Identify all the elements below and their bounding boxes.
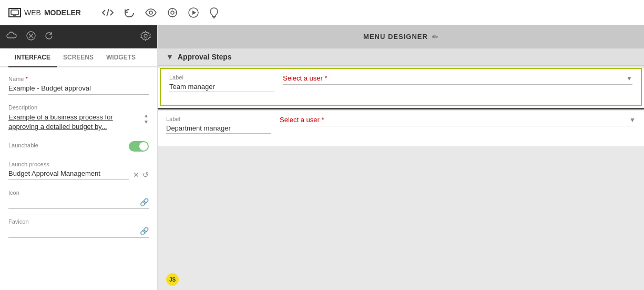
- description-text: Example of a business process forapprovi…: [8, 113, 141, 132]
- code-icon[interactable]: [102, 8, 114, 17]
- step-cards-container: Label Select a user * ▼: [158, 66, 644, 290]
- svg-point-4: [149, 11, 152, 14]
- launchable-row: Launchable: [8, 141, 149, 152]
- target-icon[interactable]: [167, 7, 178, 18]
- step-1-label-input[interactable]: [169, 83, 274, 92]
- toolbar-icons: [102, 7, 219, 18]
- step-1-select[interactable]: Select a user * ▼: [283, 74, 632, 85]
- favicon-field-row: 🔗: [8, 227, 149, 238]
- scroll-down-icon[interactable]: ▼: [144, 119, 149, 125]
- favicon-link-icon[interactable]: 🔗: [140, 227, 149, 235]
- svg-line-3: [107, 9, 109, 16]
- step-1-chevron-down-icon: ▼: [626, 75, 632, 82]
- right-content-wrapper: Label Select a user * ▼: [158, 66, 644, 290]
- step-1-label-field-label: Label: [169, 74, 274, 81]
- menu-designer-header: MENU DESIGNER ✏: [158, 25, 644, 48]
- name-label: Name *: [8, 76, 149, 82]
- step-2-label-field-label: Label: [166, 116, 271, 122]
- play-icon[interactable]: [188, 7, 199, 18]
- step-2-label-col: Label: [166, 116, 271, 134]
- step-1-select-placeholder: Select a user *: [283, 74, 328, 82]
- name-field-group: Name * Example - Budget approval: [8, 76, 149, 95]
- step-2-select-col: Select a user * ▼: [280, 116, 636, 126]
- left-toolbar: [0, 25, 157, 48]
- favicon-label: Favicon: [8, 218, 149, 225]
- svg-point-18: [144, 34, 147, 37]
- bulb-icon[interactable]: [209, 7, 219, 18]
- eye-icon[interactable]: [145, 8, 157, 17]
- svg-marker-12: [192, 11, 196, 15]
- description-field-group: Description Example of a business proces…: [8, 104, 149, 132]
- right-panel: MENU DESIGNER ✏ ▼ Approval Steps Label: [158, 25, 644, 290]
- approval-section-header: ▼ Approval Steps: [158, 48, 644, 66]
- launch-process-actions: ✕ ↺: [133, 171, 149, 179]
- scroll-arrows: ▲ ▼: [144, 113, 149, 125]
- scroll-up-icon[interactable]: ▲: [144, 113, 149, 119]
- monitor-icon: [8, 8, 21, 17]
- svg-point-5: [168, 8, 177, 17]
- step-card-2-inner: Label Select a user * ▼: [158, 111, 644, 146]
- launch-process-field-group: Launch process Budget Approval Managemen…: [8, 161, 149, 180]
- description-area: Example of a business process forapprovi…: [8, 113, 149, 132]
- left-panel: INTERFACE SCREENS WIDGETS Name * Example…: [0, 25, 158, 290]
- launch-process-row: Budget Approval Management ✕ ↺: [8, 169, 149, 180]
- logo-modeler-text: MODELER: [44, 8, 81, 17]
- js-badge[interactable]: JS: [166, 273, 179, 286]
- refresh-icon[interactable]: [44, 31, 54, 43]
- favicon-field-group: Favicon 🔗: [8, 218, 149, 238]
- step-2-row: Label Select a user * ▼: [166, 116, 636, 134]
- launchable-field-group: Launchable: [8, 141, 149, 152]
- tab-widgets[interactable]: WIDGETS: [100, 48, 142, 67]
- tab-bar: INTERFACE SCREENS WIDGETS: [0, 48, 157, 67]
- tab-interface[interactable]: INTERFACE: [8, 48, 57, 67]
- step-2-label-input[interactable]: [166, 124, 271, 134]
- settings-icon[interactable]: [140, 31, 151, 43]
- step-2-select-placeholder: Select a user *: [280, 116, 324, 124]
- launch-process-label: Launch process: [8, 161, 149, 167]
- tab-screens[interactable]: SCREENS: [57, 48, 100, 67]
- icon-field-row: 🔗: [8, 198, 149, 209]
- step-card-1: Label Select a user * ▼: [158, 68, 644, 109]
- main-layout: INTERFACE SCREENS WIDGETS Name * Example…: [0, 25, 644, 290]
- menu-designer-title: MENU DESIGNER: [363, 33, 428, 41]
- undo-icon[interactable]: [124, 8, 135, 17]
- step-1-row: Label Select a user * ▼: [169, 74, 632, 92]
- logo-area: WEBMODELER: [8, 8, 81, 17]
- icon-field-group: Icon 🔗: [8, 189, 149, 209]
- step-card-2: Label Select a user * ▼: [158, 111, 644, 146]
- launchable-label: Launchable: [8, 142, 38, 148]
- refresh-small-icon[interactable]: ↺: [142, 171, 149, 179]
- icon-label: Icon: [8, 189, 149, 196]
- svg-rect-0: [11, 10, 18, 15]
- launch-process-value: Budget Approval Management: [8, 169, 129, 180]
- clear-icon[interactable]: ✕: [133, 171, 139, 179]
- left-content: Name * Example - Budget approval Descrip…: [0, 67, 157, 290]
- step-card-1-inner: Label Select a user * ▼: [160, 68, 642, 106]
- step-2-select[interactable]: Select a user * ▼: [280, 116, 636, 126]
- description-label: Description: [8, 104, 149, 111]
- launchable-toggle[interactable]: [129, 141, 149, 152]
- close-circle-icon[interactable]: [26, 31, 36, 43]
- step-2-chevron-down-icon: ▼: [629, 116, 636, 124]
- approval-section-title: Approval Steps: [178, 53, 232, 61]
- collapse-arrow-icon[interactable]: ▼: [166, 53, 173, 61]
- top-bar: WEBMODELER: [0, 0, 644, 25]
- edit-icon[interactable]: ✏: [432, 33, 438, 41]
- name-value: Example - Budget approval: [8, 84, 149, 95]
- link-icon[interactable]: 🔗: [140, 198, 149, 206]
- logo-web-text: WEB: [24, 8, 41, 17]
- step-1-label-col: Label: [169, 74, 274, 92]
- svg-point-6: [171, 11, 174, 14]
- cloud-icon[interactable]: [6, 32, 18, 42]
- step-1-select-col: Select a user * ▼: [283, 74, 632, 85]
